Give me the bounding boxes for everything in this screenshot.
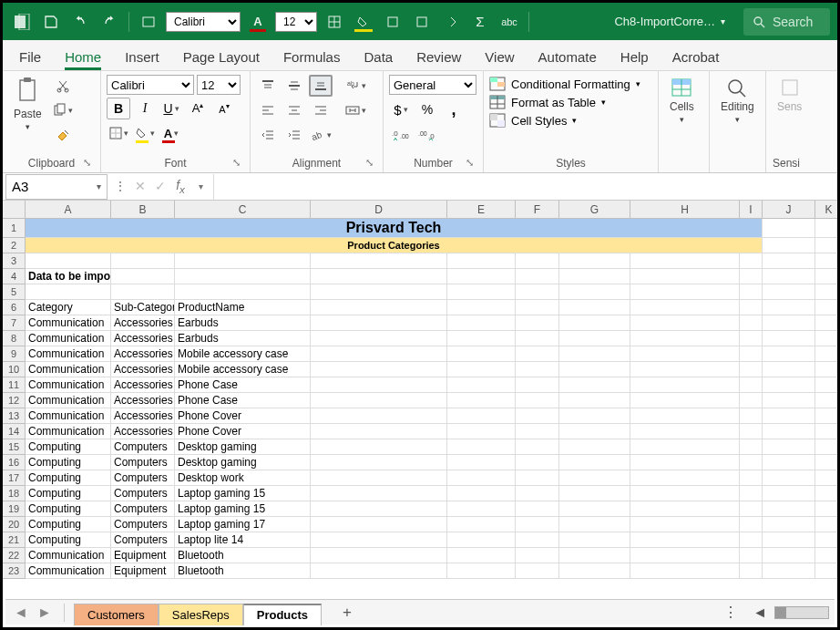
cell[interactable] <box>763 219 815 238</box>
cell[interactable] <box>815 393 837 408</box>
cell[interactable] <box>763 424 815 439</box>
cell[interactable]: Computers <box>111 455 175 470</box>
cell[interactable]: Bluetooth <box>175 548 311 563</box>
row-header-9[interactable]: 9 <box>3 346 26 362</box>
workbook-name[interactable]: Ch8-ImportCorre…▾ <box>614 15 725 28</box>
row-header-11[interactable]: 11 <box>3 377 26 393</box>
cell[interactable]: Communication <box>26 393 111 408</box>
cell[interactable] <box>740 439 763 455</box>
menu-tab-acrobat[interactable]: Acrobat <box>672 49 720 70</box>
row-header-16[interactable]: 16 <box>3 455 26 470</box>
cell[interactable] <box>447 315 516 331</box>
cell[interactable] <box>630 269 740 284</box>
cell[interactable]: Computing <box>26 470 111 486</box>
cell[interactable]: Phone Cover <box>175 424 311 439</box>
row-header-4[interactable]: 4 <box>3 269 26 284</box>
cell[interactable] <box>763 517 815 532</box>
cell[interactable] <box>559 300 630 315</box>
cell[interactable]: Accessories <box>111 393 175 408</box>
qat-font-size[interactable]: 12 <box>275 12 317 32</box>
sheet-nav-next[interactable]: ► <box>35 603 55 623</box>
cell[interactable] <box>630 486 740 501</box>
menu-tab-data[interactable]: Data <box>364 49 393 70</box>
cell[interactable] <box>763 486 815 501</box>
cell[interactable] <box>447 284 516 300</box>
cell[interactable] <box>559 393 630 408</box>
cell[interactable] <box>815 362 837 377</box>
sheet-nav-prev[interactable]: ◄ <box>11 603 31 623</box>
cell[interactable]: Earbuds <box>175 331 311 346</box>
cell[interactable] <box>630 563 740 579</box>
column-header-F[interactable]: F <box>516 201 559 219</box>
cell[interactable] <box>763 315 815 331</box>
row-header-1[interactable]: 1 <box>3 219 26 238</box>
cell[interactable] <box>447 532 516 548</box>
cell[interactable] <box>630 315 740 331</box>
cell[interactable] <box>516 300 559 315</box>
row-header-7[interactable]: 7 <box>3 315 26 331</box>
cell[interactable] <box>311 362 447 377</box>
cell[interactable] <box>763 470 815 486</box>
cell[interactable] <box>516 501 559 517</box>
cell[interactable] <box>740 284 763 300</box>
menu-tab-file[interactable]: File <box>19 49 41 70</box>
cell[interactable] <box>447 517 516 532</box>
format-as-table-button[interactable]: Format as Table▾ <box>489 95 652 109</box>
fx-menu-icon[interactable]: ⋮ <box>111 179 129 193</box>
column-header-K[interactable]: K <box>815 201 837 219</box>
cell[interactable] <box>311 532 447 548</box>
cell[interactable] <box>559 408 630 424</box>
column-header-D[interactable]: D <box>311 201 447 219</box>
cell[interactable] <box>559 362 630 377</box>
cell[interactable]: ProductName <box>175 300 311 315</box>
fill-color-icon[interactable] <box>133 122 157 144</box>
qat-spell-icon[interactable]: abc <box>497 10 521 34</box>
cell[interactable] <box>311 253 447 269</box>
column-header-B[interactable]: B <box>111 201 175 219</box>
cell[interactable] <box>311 486 447 501</box>
cell[interactable] <box>815 439 837 455</box>
menu-tab-page-layout[interactable]: Page Layout <box>183 49 260 70</box>
row-header-19[interactable]: 19 <box>3 501 26 517</box>
cell[interactable] <box>815 300 837 315</box>
cell[interactable]: Accessories <box>111 331 175 346</box>
cell[interactable] <box>815 315 837 331</box>
cell[interactable]: Desktop gaming <box>175 439 311 455</box>
cell[interactable]: Desktop gaming <box>175 455 311 470</box>
font-color-icon[interactable]: A <box>159 122 183 144</box>
cell[interactable] <box>815 486 837 501</box>
menu-tab-help[interactable]: Help <box>620 49 649 70</box>
editing-button[interactable]: Editing▾ <box>715 75 760 169</box>
cell[interactable]: Phone Case <box>175 377 311 393</box>
cell[interactable]: Equipment <box>111 563 175 579</box>
align-right-icon[interactable] <box>309 99 333 121</box>
search-box[interactable]: Search <box>743 8 830 36</box>
redo-icon[interactable] <box>97 10 121 34</box>
menu-tab-home[interactable]: Home <box>65 49 101 70</box>
cell[interactable]: Earbuds <box>175 315 311 331</box>
cell[interactable] <box>516 362 559 377</box>
align-bottom-icon[interactable] <box>309 75 333 97</box>
cell[interactable] <box>447 548 516 563</box>
cell[interactable] <box>630 455 740 470</box>
column-header-I[interactable]: I <box>740 201 763 219</box>
cell[interactable]: Laptop lite 14 <box>175 532 311 548</box>
cell[interactable]: Communication <box>26 315 111 331</box>
borders-icon[interactable] <box>107 122 130 144</box>
cell[interactable] <box>763 284 815 300</box>
qat-font-name[interactable]: Calibri <box>166 12 241 32</box>
menu-tab-insert[interactable]: Insert <box>125 49 159 70</box>
cell[interactable] <box>311 377 447 393</box>
cell[interactable]: Mobile accessory case <box>175 346 311 362</box>
cell[interactable] <box>26 284 111 300</box>
increase-font-icon[interactable]: A▴ <box>186 98 210 119</box>
cell[interactable] <box>740 455 763 470</box>
cell[interactable] <box>111 253 175 269</box>
cell[interactable] <box>516 408 559 424</box>
cell[interactable] <box>559 331 630 346</box>
currency-icon[interactable]: $ <box>389 98 413 120</box>
cell[interactable] <box>630 548 740 563</box>
cell[interactable] <box>311 424 447 439</box>
italic-button[interactable]: I <box>133 98 157 119</box>
cell[interactable]: Computing <box>26 455 111 470</box>
